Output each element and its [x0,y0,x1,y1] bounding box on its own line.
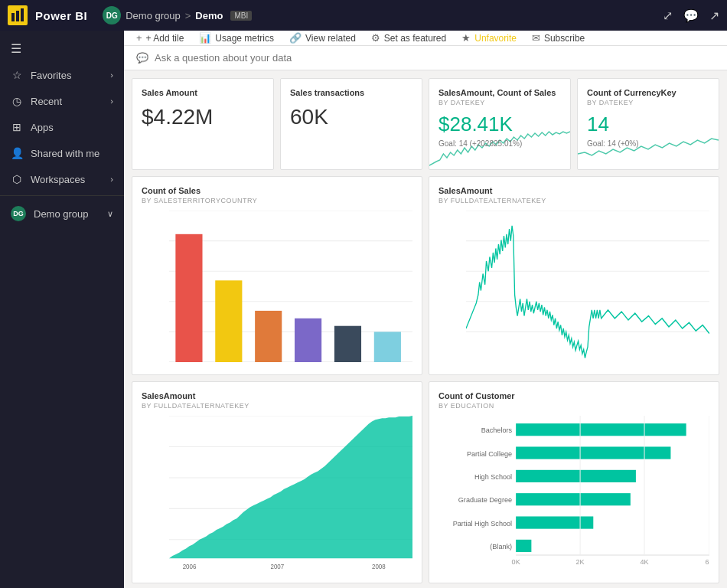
svg-text:0K: 0K [512,558,520,566]
bar-chart-title: Count of Sales [142,186,412,195]
svg-text:Partial High School: Partial High School [453,520,512,528]
svg-rect-20 [374,332,401,362]
chevron-icon: › [110,96,113,106]
svg-text:2007: 2007 [270,562,284,570]
app-title: Power BI [35,9,87,22]
add-tile-button[interactable]: + + Add tile [136,32,184,44]
bar-chart-svg: 25K 20K 15K 10K 5K 0K [169,211,412,362]
line-chart-svg: $12K $10K $8K $6K $4K $2K Aug 2006 Sep 2… [466,211,709,362]
unfavorite-button[interactable]: ★ Unfavorite [461,32,517,44]
header-icons: ⤢ 💬 ↗ [663,8,719,23]
star-icon: ★ [461,32,471,44]
gear-icon: ⚙ [371,32,380,44]
svg-rect-60 [516,423,686,436]
sidebar-label-favorites: Favorites [31,70,71,81]
kpi-value-3: $28.41K [438,113,561,136]
svg-text:(Blank): (Blank) [490,543,512,550]
toolbar: + + Add tile 📊 Usage metrics 🔗 View rela… [124,31,727,46]
sidebar: ☰ ☆ Favorites › ◷ Recent › ⊞ Apps 👤 Shar… [0,31,124,588]
svg-rect-68 [516,516,593,528]
kpi-card-salesamount-count: SalesAmount, Count of Sales BY DATEKEY $… [429,78,571,170]
breadcrumb-group[interactable]: Demo group [126,10,181,21]
sidebar-label-workspaces: Workspaces [31,174,85,185]
svg-rect-19 [334,326,361,362]
kpi-card-transactions: Sales transactions 60K [280,78,422,170]
group-label: Demo group [34,208,89,220]
bar-chart-card: Count of Sales BY SALESTERRITORYCOUNTRY [132,176,422,375]
set-featured-button[interactable]: ⚙ Set as featured [371,32,446,44]
sidebar-item-workspaces[interactable]: ⬡ Workspaces › [0,166,124,192]
line-chart-subtitle: BY FULLDATEALTERNATEKEY [438,197,709,204]
svg-text:4K: 4K [640,558,648,566]
svg-rect-1 [16,11,19,21]
user-avatar: DG [103,6,121,24]
kpi-subtitle-4: BY DATEKEY [587,99,709,106]
kpi-title-transactions: Sales transactions [290,88,412,97]
svg-rect-62 [516,446,670,459]
svg-rect-18 [295,318,321,362]
subscribe-button[interactable]: ✉ Subscribe [532,32,585,44]
chart-row-3: SalesAmount BY FULLDATEALTERNATEKEY $100… [132,381,719,580]
group-avatar: DG [11,206,26,221]
svg-text:High School: High School [474,473,512,481]
sidebar-item-favorites[interactable]: ☆ Favorites › [0,62,124,88]
sidebar-label-recent: Recent [31,96,62,107]
area-chart-svg: $100K $80K $60K $40K $20K $0K 2006 2007 … [169,416,412,570]
recent-icon: ◷ [11,95,23,107]
sidebar-divider [0,195,124,196]
kpi-card-currency-key: Count of CurrencyKey BY DATEKEY 14 Goal:… [577,78,719,170]
chart-icon: 📊 [199,32,211,44]
svg-text:2K: 2K [576,558,585,566]
svg-rect-64 [516,470,636,482]
kpi-goal-3: Goal: 14 (+202825.01%) [438,139,561,148]
area-chart-title: SalesAmount [142,391,412,400]
svg-text:Partial College: Partial College [467,450,512,458]
chat-icon: 💬 [136,52,148,64]
favorites-icon: ☆ [11,69,23,81]
hamburger-menu[interactable]: ☰ [0,35,124,62]
header: Power BI DG Demo group > Demo MBI ⤢ 💬 ↗ [0,0,727,31]
ask-question-input[interactable] [155,52,715,64]
svg-rect-2 [21,8,24,21]
subscribe-label: Subscribe [544,33,585,44]
layout: ☰ ☆ Favorites › ◷ Recent › ⊞ Apps 👤 Shar… [0,31,727,588]
comments-icon[interactable]: 💬 [683,8,699,23]
view-related-button[interactable]: 🔗 View related [289,32,356,44]
kpi-title-sales-amount: Sales Amount [142,88,264,97]
svg-rect-66 [516,493,631,505]
mbi-badge: MBI [230,11,252,21]
plus-icon: + [136,32,142,44]
svg-rect-70 [516,540,531,552]
kpi-title-4: Count of CurrencyKey [587,88,709,97]
bar-chart-subtitle: BY SALESTERRITORYCOUNTRY [142,197,412,204]
apps-icon: ⊞ [11,121,23,133]
expand-icon[interactable]: ⤢ [663,8,673,23]
set-featured-label: Set as featured [384,33,446,44]
main-content: + + Add tile 📊 Usage metrics 🔗 View rela… [124,31,727,588]
breadcrumb-separator: > [185,10,191,21]
hbar-chart-subtitle: BY EDUCATION [438,402,709,410]
sidebar-item-shared[interactable]: 👤 Shared with me [0,140,124,166]
sidebar-label-apps: Apps [31,122,54,133]
sidebar-item-apps[interactable]: ⊞ Apps [0,114,124,140]
shared-icon: 👤 [11,147,23,159]
kpi-goal-4: Goal: 14 (+0%) [587,139,709,148]
logo-box [8,5,28,25]
breadcrumb-page[interactable]: Demo [195,10,223,21]
dashboard: Sales Amount $4.22M Sales transactions 6… [124,70,727,588]
chevron-down-icon: ∨ [107,209,113,219]
share-icon[interactable]: ↗ [709,8,719,23]
svg-text:Graduate Degree: Graduate Degree [458,496,512,504]
usage-metrics-button[interactable]: 📊 Usage metrics [199,32,274,44]
sidebar-item-recent[interactable]: ◷ Recent › [0,88,124,114]
link-icon: 🔗 [289,32,302,44]
svg-text:2008: 2008 [372,562,386,570]
chevron-icon: › [110,70,113,80]
svg-text:Bachelors: Bachelors [481,426,513,434]
sidebar-item-demo-group[interactable]: DG Demo group ∨ [0,199,124,228]
unfavorite-label: Unfavorite [474,33,517,44]
svg-rect-17 [255,311,282,362]
chart-row-2: Count of Sales BY SALESTERRITORYCOUNTRY [132,176,719,375]
workspaces-icon: ⬡ [11,173,23,185]
area-chart-subtitle: BY FULLDATEALTERNATEKEY [142,402,412,410]
